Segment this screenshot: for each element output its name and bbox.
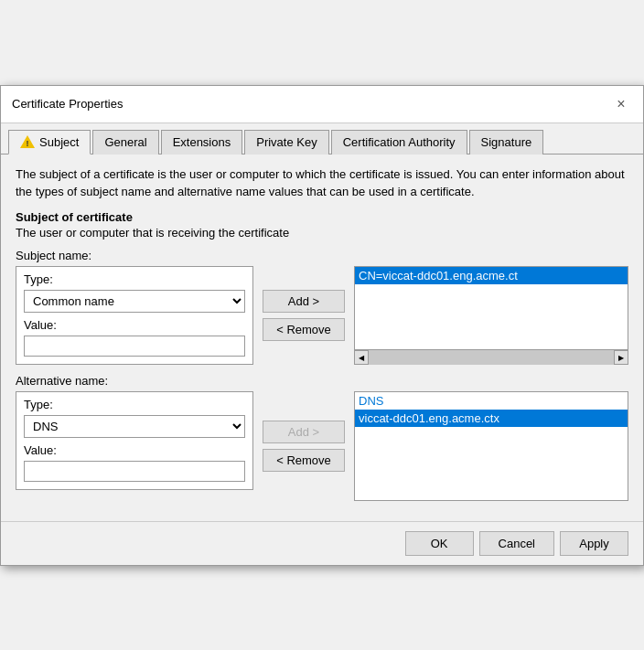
subject-field-group: Type: Common name Country Locality Organ… bbox=[16, 266, 253, 365]
content-area: The subject of a certificate is the user… bbox=[1, 155, 643, 521]
alt-listbox-category: DNS bbox=[355, 392, 628, 410]
subject-value-input[interactable] bbox=[24, 336, 245, 357]
tab-certification-authority-label: Certification Authority bbox=[343, 135, 456, 149]
tab-general-label: General bbox=[104, 135, 146, 149]
tab-general[interactable]: General bbox=[92, 130, 158, 155]
subject-left-panel: Type: Common name Country Locality Organ… bbox=[16, 266, 253, 365]
alt-type-label: Type: bbox=[24, 398, 245, 411]
tab-signature-label: Signature bbox=[481, 135, 532, 149]
alt-name-label: Alternative name: bbox=[16, 374, 628, 388]
alt-right-panel: DNS viccat-ddc01.eng.acme.ctx bbox=[354, 391, 628, 501]
alt-middle-panel: Add > < Remove bbox=[263, 391, 345, 501]
subject-listbox[interactable]: CN=viccat-ddc01.eng.acme.ct bbox=[354, 266, 628, 350]
subject-middle-panel: Add > < Remove bbox=[263, 266, 345, 365]
tab-signature[interactable]: Signature bbox=[469, 130, 544, 155]
title-bar: Certificate Properties × bbox=[1, 86, 643, 123]
subject-remove-button[interactable]: < Remove bbox=[263, 318, 345, 341]
ok-button[interactable]: OK bbox=[405, 531, 474, 556]
subject-hscrollbar: ◀ ▶ bbox=[354, 350, 628, 365]
hscroll-left-arrow[interactable]: ◀ bbox=[354, 350, 369, 365]
section-subtitle: The user or computer that is receiving t… bbox=[16, 226, 628, 240]
subject-type-select[interactable]: Common name Country Locality Organizatio… bbox=[24, 290, 245, 313]
tab-bar: ! Subject General Extensions Private Key… bbox=[1, 123, 643, 155]
close-button[interactable]: × bbox=[610, 93, 632, 115]
alt-listbox[interactable]: DNS viccat-ddc01.eng.acme.ctx bbox=[354, 391, 628, 501]
tab-extensions-label: Extensions bbox=[173, 135, 231, 149]
subject-listbox-item-0[interactable]: CN=viccat-ddc01.eng.acme.ct bbox=[355, 267, 628, 284]
subject-type-label: Type: bbox=[24, 272, 245, 286]
alt-name-row: Type: DNS Email UPN URL IP address Value… bbox=[16, 391, 628, 501]
alt-add-button[interactable]: Add > bbox=[263, 421, 345, 443]
subject-name-label: Subject name: bbox=[16, 249, 628, 262]
apply-button[interactable]: Apply bbox=[560, 531, 628, 556]
alt-remove-button[interactable]: < Remove bbox=[263, 449, 345, 472]
subject-add-button[interactable]: Add > bbox=[263, 290, 345, 313]
tab-certification-authority[interactable]: Certification Authority bbox=[331, 130, 467, 155]
alt-type-select[interactable]: DNS Email UPN URL IP address bbox=[24, 415, 245, 438]
tab-extensions[interactable]: Extensions bbox=[161, 130, 243, 155]
alt-value-label: Value: bbox=[24, 443, 245, 457]
alt-left-panel: Type: DNS Email UPN URL IP address Value… bbox=[16, 391, 253, 501]
section-title: Subject of certificate bbox=[16, 210, 628, 224]
subject-value-label: Value: bbox=[24, 318, 245, 332]
certificate-properties-dialog: Certificate Properties × ! Subject Gener… bbox=[0, 85, 644, 566]
tab-subject-label: Subject bbox=[39, 135, 79, 149]
tab-private-key[interactable]: Private Key bbox=[244, 130, 328, 155]
subject-name-row: Type: Common name Country Locality Organ… bbox=[16, 266, 628, 365]
tab-subject[interactable]: ! Subject bbox=[8, 130, 91, 155]
alt-listbox-item[interactable]: viccat-ddc01.eng.acme.ctx bbox=[355, 410, 628, 427]
alt-field-group: Type: DNS Email UPN URL IP address Value… bbox=[16, 391, 253, 490]
alt-value-input[interactable] bbox=[24, 461, 245, 482]
description-text: The subject of a certificate is the user… bbox=[16, 165, 628, 201]
cancel-button[interactable]: Cancel bbox=[479, 531, 554, 556]
dialog-title: Certificate Properties bbox=[12, 97, 123, 111]
warning-icon: ! bbox=[20, 135, 35, 148]
hscroll-right-arrow[interactable]: ▶ bbox=[614, 350, 628, 365]
subject-right-panel: CN=viccat-ddc01.eng.acme.ct ◀ ▶ bbox=[354, 266, 628, 365]
tab-private-key-label: Private Key bbox=[256, 135, 317, 149]
bottom-button-bar: OK Cancel Apply bbox=[1, 521, 643, 565]
hscroll-track[interactable] bbox=[369, 350, 614, 365]
